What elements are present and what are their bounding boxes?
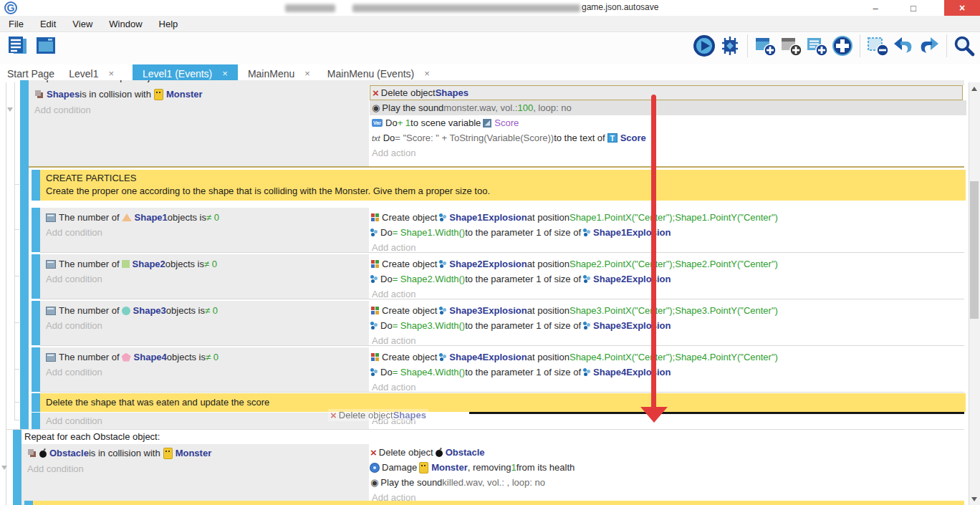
add-action-button[interactable]: Add action bbox=[372, 145, 415, 160]
scrollbar-thumb[interactable] bbox=[970, 181, 979, 319]
particle-object-icon bbox=[583, 322, 587, 325]
comment-bar[interactable] bbox=[32, 170, 40, 201]
minimize-button[interactable]: – bbox=[863, 0, 888, 16]
monster-object-icon bbox=[163, 448, 173, 459]
event-selection-bar[interactable] bbox=[32, 208, 40, 252]
event-selection-bar[interactable] bbox=[32, 301, 40, 345]
action-row-size-parameter[interactable]: Do = Shape2.Width() to the parameter 1 o… bbox=[370, 271, 671, 287]
scroll-up-icon[interactable] bbox=[971, 87, 977, 91]
add-condition-button[interactable]: Add condition bbox=[27, 461, 84, 476]
event-separator bbox=[6, 429, 964, 430]
sheet-left-border bbox=[6, 82, 6, 505]
action-row-size-parameter[interactable]: Do = Shape1.Width() to the parameter 1 o… bbox=[370, 225, 671, 240]
tab-close-icon[interactable]: × bbox=[222, 68, 228, 79]
event1-header-clipped[interactable]: Repeat for each Shapes object: bbox=[29, 80, 964, 85]
menu-view[interactable]: View bbox=[69, 17, 95, 31]
action-row-create-object[interactable]: Create object Shape2Explosion at positio… bbox=[370, 256, 778, 271]
delete-event-icon[interactable] bbox=[866, 34, 889, 57]
tab-close-icon[interactable]: × bbox=[108, 68, 114, 79]
event-separator bbox=[40, 299, 964, 299]
event-selection-bar[interactable] bbox=[20, 80, 29, 429]
shape1-triangle-icon bbox=[122, 213, 132, 221]
event-selection-bar[interactable] bbox=[13, 430, 21, 505]
redacted-title-segment bbox=[352, 4, 580, 12]
event2-header[interactable]: Repeat for each Obstacle object: bbox=[24, 431, 160, 442]
comment-bar[interactable] bbox=[24, 501, 33, 505]
event-selection-bar[interactable] bbox=[32, 347, 40, 392]
action-row-play-sound[interactable]: ◉ Play the sound monster.wav, vol.: 100 … bbox=[370, 100, 966, 115]
fold-arrow-icon[interactable] bbox=[1, 466, 7, 470]
drop-position-indicator bbox=[469, 412, 964, 414]
action-row-play-sound[interactable]: ◉ Play the sound killed.wav, vol.: , loo… bbox=[370, 475, 545, 490]
annotation-arrow-line bbox=[651, 95, 656, 408]
condition-row[interactable]: The number of Shape1 objects is ≠ 0 bbox=[46, 210, 219, 225]
action-row-size-parameter[interactable]: Do = Shape3.Width() to the parameter 1 o… bbox=[370, 318, 671, 333]
add-condition-button[interactable]: Add condition bbox=[46, 271, 102, 287]
condition-row[interactable]: The number of Shape3 objects is ≠ 0 bbox=[46, 303, 218, 318]
tab-close-icon[interactable]: × bbox=[424, 68, 430, 79]
add-element-icon[interactable] bbox=[831, 34, 854, 57]
action-row-text-score[interactable]: txt Do = "Score: " + ToString(Variable(S… bbox=[370, 130, 646, 145]
action-row-create-object[interactable]: Create object Shape4Explosion at positio… bbox=[370, 350, 778, 365]
add-condition-button[interactable]: Add condition bbox=[46, 318, 102, 333]
toolbar-separator bbox=[747, 34, 748, 57]
tree-guide-stub bbox=[14, 184, 19, 185]
delete-icon: × bbox=[373, 87, 379, 98]
action-row-scene-variable[interactable]: Var Do + 1 to scene variable Score bbox=[370, 115, 519, 130]
action-row-delete-shapes[interactable]: × Delete object Shapes bbox=[370, 85, 963, 100]
action-row-size-parameter[interactable]: Do = Shape4.Width() to the parameter 1 o… bbox=[370, 365, 671, 380]
project-manager-icon[interactable] bbox=[6, 34, 29, 57]
condition-row[interactable]: Shapes is in collision with Monster bbox=[34, 87, 203, 102]
particle-object-icon bbox=[370, 368, 374, 372]
sound-icon: ◉ bbox=[370, 478, 378, 487]
condition-row[interactable]: Obstacle is in collision with Monster bbox=[27, 446, 211, 461]
particle-object-icon bbox=[370, 275, 374, 279]
condition-row[interactable]: The number of Shape2 objects is ≠ 0 bbox=[46, 256, 217, 271]
add-comment-icon[interactable] bbox=[805, 34, 828, 57]
action-row-create-object[interactable]: Create object Shape1Explosion at positio… bbox=[370, 210, 778, 225]
comment-partial[interactable] bbox=[33, 501, 964, 505]
toolbar-separator bbox=[946, 34, 947, 57]
add-condition-button[interactable]: Add condition bbox=[46, 413, 102, 428]
comment-create-particles[interactable]: CREATE PARTICLES Create the proper one a… bbox=[40, 170, 966, 201]
play-icon[interactable] bbox=[693, 34, 716, 57]
add-condition-button[interactable]: Add condition bbox=[46, 225, 102, 240]
object-count-icon bbox=[46, 353, 56, 362]
undo-icon[interactable] bbox=[892, 34, 915, 57]
tab-close-icon[interactable]: × bbox=[304, 68, 310, 79]
action-row-create-object[interactable]: Create object Shape3Explosion at positio… bbox=[370, 303, 778, 318]
close-button[interactable]: × bbox=[944, 0, 980, 16]
add-condition-button[interactable]: Add condition bbox=[34, 102, 91, 117]
particle-object-icon bbox=[583, 275, 587, 279]
action-row-damage-monster[interactable]: Damage Monster , removing 1 from its hea… bbox=[370, 460, 575, 475]
debug-icon[interactable] bbox=[719, 34, 741, 57]
search-icon[interactable] bbox=[953, 34, 976, 57]
comment-bar[interactable] bbox=[32, 393, 40, 412]
event-separator bbox=[40, 252, 964, 253]
collision-icon bbox=[35, 90, 41, 96]
add-condition-button[interactable]: Add condition bbox=[46, 365, 102, 380]
object-count-icon bbox=[46, 213, 56, 222]
menu-edit[interactable]: Edit bbox=[37, 17, 59, 31]
menu-help[interactable]: Help bbox=[156, 17, 181, 31]
tree-guide-stub bbox=[14, 322, 19, 323]
object-count-icon bbox=[46, 260, 56, 269]
open-window-icon[interactable] bbox=[34, 34, 57, 57]
scroll-down-icon[interactable] bbox=[971, 497, 977, 501]
event-selection-bar[interactable] bbox=[32, 413, 40, 429]
event-selection-bar[interactable] bbox=[32, 254, 40, 299]
add-event-icon[interactable] bbox=[754, 34, 777, 57]
variable-icon: Var bbox=[372, 119, 383, 127]
maximize-button[interactable]: □ bbox=[901, 0, 926, 16]
menu-file[interactable]: File bbox=[6, 17, 27, 31]
action-row-delete-obstacle[interactable]: × Delete object Obstacle bbox=[370, 445, 485, 460]
particle-object-icon bbox=[439, 307, 443, 310]
menu-window[interactable]: Window bbox=[106, 17, 145, 31]
text-action-icon: txt bbox=[372, 134, 380, 143]
condition-row[interactable]: The number of Shape4 objects is ≠ 0 bbox=[46, 350, 218, 365]
redo-icon[interactable] bbox=[918, 34, 941, 57]
window-title: game.json.autosave bbox=[582, 2, 658, 12]
add-subevent-icon[interactable] bbox=[779, 34, 802, 57]
fold-arrow-icon[interactable] bbox=[7, 107, 13, 112]
comment-delete-shape[interactable]: Delete the shape that was eaten and upda… bbox=[40, 393, 966, 412]
